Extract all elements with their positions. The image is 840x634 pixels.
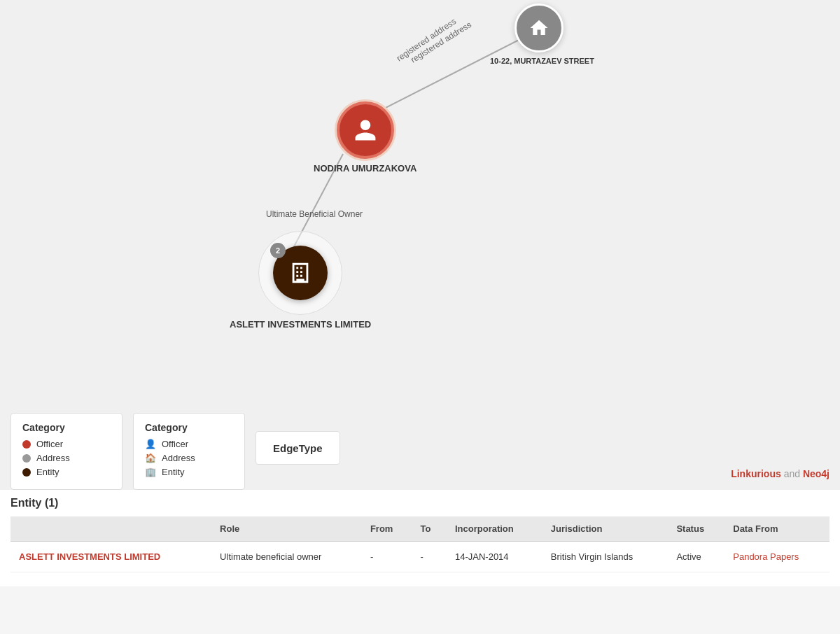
home-icon [528, 17, 550, 38]
table-area: Entity (1) Role From To Incorporation Ju… [0, 490, 840, 586]
col-to: To [412, 516, 447, 542]
legend1-address-label: Address [36, 453, 70, 463]
table-row: ASLETT INVESTMENTS LIMITED Ultimate bene… [10, 542, 830, 572]
legend1-title: Category [22, 422, 111, 433]
col-from: From [362, 516, 412, 542]
edge-type-label: EdgeType [273, 442, 323, 454]
legend2-address: 🏠 Address [145, 453, 233, 463]
legend1-address: Address [22, 453, 111, 463]
linkurious-brand: Linkurious [731, 468, 781, 479]
officer-node[interactable]: NODIRA UMURZAKOVA [314, 101, 416, 174]
legend2-entity-label: Entity [162, 467, 185, 477]
entity-node[interactable]: 2 ASLETT INVESTMENTS LIMITED [230, 231, 371, 330]
legend-box-1: Category Officer Address Entity [10, 413, 122, 490]
col-data-from: Data From [724, 516, 830, 542]
branding: Linkurious and Neo4j [731, 468, 830, 479]
edge-ubo-label: Ultimate Beneficial Owner [266, 209, 363, 219]
neo4j-brand: Neo4j [803, 468, 830, 479]
col-role: Role [211, 516, 362, 542]
address-node-label: 10-22, MURTAZAEV STREET [490, 57, 588, 65]
entity-table: Role From To Incorporation Jurisdiction … [10, 516, 830, 572]
role-cell: Ultimate beneficial owner [211, 542, 362, 572]
graph-area: registered address registered address Ul… [0, 0, 840, 406]
address-node[interactable]: 10-22, MURTAZAEV STREET [490, 3, 588, 65]
col-incorporation: Incorporation [447, 516, 542, 542]
status-cell: Active [668, 542, 724, 572]
table-section-title: Entity (1) [10, 497, 830, 509]
legend2-officer-label: Officer [162, 439, 188, 449]
from-cell: - [362, 542, 412, 572]
table-header-row: Role From To Incorporation Jurisdiction … [10, 516, 830, 542]
address-dot [22, 454, 31, 463]
legend-box-2: Category 👤 Officer 🏠 Address 🏢 Entity [133, 413, 245, 490]
col-name [10, 516, 211, 542]
building-icon [288, 261, 312, 285]
entity-node-label: ASLETT INVESTMENTS LIMITED [230, 319, 371, 330]
entity-node-badge: 2 [270, 243, 286, 258]
legend1-entity: Entity [22, 467, 111, 477]
legend1-officer: Officer [22, 439, 111, 449]
col-status: Status [668, 516, 724, 542]
graph-svg: registered address registered address Ul… [0, 0, 840, 406]
legend2-address-label: Address [162, 453, 195, 463]
entity-name-cell[interactable]: ASLETT INVESTMENTS LIMITED [10, 542, 211, 572]
person-icon [353, 118, 378, 143]
legend1-officer-label: Officer [36, 439, 63, 449]
entity-icon-legend: 🏢 [145, 467, 156, 477]
legend2-officer: 👤 Officer [145, 439, 233, 449]
entity-dot [22, 468, 31, 477]
to-cell: - [412, 542, 447, 572]
jurisdiction-cell: British Virgin Islands [542, 542, 668, 572]
branding-and: and [784, 468, 803, 479]
data-from-link[interactable]: Pandora Papers [733, 551, 799, 562]
legend1-entity-label: Entity [36, 467, 59, 477]
entity-name-link[interactable]: ASLETT INVESTMENTS LIMITED [19, 551, 160, 562]
legend2-entity: 🏢 Entity [145, 467, 233, 477]
legend-area: Category Officer Address Entity Category… [0, 406, 840, 490]
officer-dot [22, 440, 31, 449]
officer-node-label: NODIRA UMURZAKOVA [314, 163, 416, 174]
incorporation-cell: 14-JAN-2014 [447, 542, 542, 572]
legend2-title: Category [145, 422, 233, 433]
officer-icon-legend: 👤 [145, 439, 156, 449]
col-jurisdiction: Jurisdiction [542, 516, 668, 542]
data-from-cell[interactable]: Pandora Papers [724, 542, 830, 572]
address-icon-legend: 🏠 [145, 453, 156, 463]
edge-type-box: EdgeType [255, 431, 340, 465]
